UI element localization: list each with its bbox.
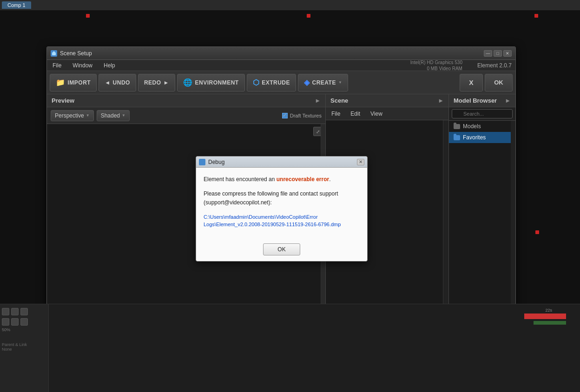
toolbar: 📁 IMPORT ◄ UNDO REDO ► 🌐 ENVIRONMENT ⬡ E… <box>47 71 515 94</box>
extrude-icon: ⬡ <box>253 78 260 87</box>
import-button[interactable]: 📁 IMPORT <box>50 74 97 91</box>
debug-dialog-icon <box>199 159 205 165</box>
extrude-button[interactable]: ⬡ EXTRUDE <box>247 74 296 91</box>
scene-file-menu[interactable]: File <box>330 110 342 118</box>
layer-tool-btn-3[interactable] <box>20 308 28 315</box>
shaded-dropdown[interactable]: Shaded ▼ <box>97 110 130 121</box>
none-label: None <box>2 347 46 352</box>
timeline-red-bar <box>524 314 566 319</box>
window-title: Scene Setup <box>60 50 484 57</box>
undo-button[interactable]: ◄ UNDO <box>99 74 136 91</box>
favorites-folder-icon <box>454 135 460 140</box>
redo-arrow-icon: ► <box>164 79 169 86</box>
draft-textures-control[interactable]: ✓ Draft Textures <box>282 113 322 118</box>
environment-button[interactable]: 🌐 ENVIRONMENT <box>177 74 245 91</box>
comp-tab[interactable]: Comp 1 <box>2 1 31 9</box>
debug-instruction: Please compress the following file and c… <box>204 189 360 207</box>
redo-button[interactable]: REDO ► <box>138 74 175 91</box>
top-tab-bar: Comp 1 <box>0 0 580 10</box>
perspective-dropdown-arrow: ▼ <box>86 113 90 118</box>
minimize-button[interactable]: — <box>484 50 492 57</box>
layer-tool-btn-4[interactable] <box>2 318 9 326</box>
maximize-button[interactable]: □ <box>494 50 502 57</box>
layer-tool-btn-1[interactable] <box>2 308 9 315</box>
search-input[interactable] <box>452 109 513 118</box>
scene-collapse-arrow[interactable]: ► <box>438 97 444 104</box>
layer-tool-buttons <box>2 306 46 317</box>
favorites-folder-item[interactable]: Favorites <box>449 132 515 143</box>
file-menu[interactable]: File <box>51 61 63 70</box>
debug-error-message: Element has encountered an unrecoverable… <box>204 175 360 184</box>
model-browser-collapse-arrow[interactable]: ► <box>505 97 511 104</box>
corner-dot-4 <box>535 230 539 234</box>
timeline-content: 22s <box>49 304 580 392</box>
menu-bar: File Window Help Intel(R) HD Graphics 53… <box>47 60 515 71</box>
window-controls: — □ ✕ <box>484 50 512 57</box>
shaded-dropdown-arrow: ▼ <box>122 113 125 118</box>
timeline-green-bar <box>534 321 566 325</box>
close-button[interactable]: ✕ <box>503 50 512 57</box>
gpu-info: Intel(R) HD Graphics 530 0 MB Video RAM <box>410 59 462 72</box>
preview-collapse-arrow[interactable]: ► <box>315 97 321 104</box>
debug-dialog-close-button[interactable]: ✕ <box>357 159 364 165</box>
corner-dot-1 <box>86 14 90 18</box>
scene-view-menu[interactable]: View <box>369 110 384 118</box>
debug-dialog: Debug ✕ Element has encountered an unrec… <box>196 156 368 261</box>
timeline-left-controls: 50% Parent & Link None <box>0 304 49 392</box>
debug-dialog-body: Element has encountered an unrecoverable… <box>196 168 367 240</box>
parent-link-label: Parent & Link <box>2 342 46 347</box>
undo-arrow-icon: ◄ <box>105 79 110 86</box>
environment-icon: 🌐 <box>183 78 193 87</box>
debug-ok-button[interactable]: OK <box>263 243 300 255</box>
debug-dialog-footer: OK <box>196 240 367 261</box>
layer-tool-buttons-2 <box>2 317 46 327</box>
debug-dialog-titlebar: Debug ✕ <box>196 157 367 168</box>
scene-header: Scene ► <box>326 94 448 107</box>
zoom-label: 50% <box>2 327 46 333</box>
draft-textures-checkbox[interactable]: ✓ <box>282 113 288 118</box>
preview-controls: Perspective ▼ Shaded ▼ ✓ Draft Textures <box>47 107 325 124</box>
corner-dot-3 <box>534 14 538 18</box>
preview-header: Preview ► <box>47 94 325 107</box>
create-button[interactable]: ◈ CREATE ▼ <box>298 74 348 91</box>
layer-tool-btn-6[interactable] <box>20 318 28 326</box>
timeline-marker-22s: 22s <box>545 307 552 313</box>
element-version: Element 2.0.7 <box>477 62 512 69</box>
help-menu[interactable]: Help <box>102 61 117 70</box>
layer-tool-btn-2[interactable] <box>11 308 19 315</box>
search-bar: 🔍 <box>449 107 515 121</box>
timeline-area: 50% Parent & Link None 22s <box>0 304 580 392</box>
models-folder-icon <box>454 124 460 129</box>
debug-file-path: C:\Users\mfaadmin\Documents\VideoCopilot… <box>204 213 360 229</box>
perspective-dropdown[interactable]: Perspective ▼ <box>51 110 94 121</box>
import-icon: 📁 <box>56 78 66 87</box>
unrecoverable-text: unrecoverable error <box>277 176 329 183</box>
create-dropdown-icon: ▼ <box>338 80 342 85</box>
cancel-x-button[interactable]: X <box>460 74 483 91</box>
model-browser-header: Model Browser ► <box>449 94 515 107</box>
window-titlebar: Scene Setup — □ ✕ <box>47 47 515 60</box>
svg-marker-1 <box>53 51 55 52</box>
window-icon <box>51 50 57 57</box>
corner-dot-2 <box>307 14 310 18</box>
models-folder-item[interactable]: Models <box>449 121 515 132</box>
scene-menu: File Edit View <box>326 107 448 120</box>
svg-rect-0 <box>52 52 56 55</box>
ok-button[interactable]: OK <box>485 74 513 91</box>
scene-edit-menu[interactable]: Edit <box>349 110 362 118</box>
layer-tool-btn-5[interactable] <box>11 318 19 326</box>
create-icon: ◈ <box>304 78 310 87</box>
window-menu[interactable]: Window <box>71 61 94 70</box>
debug-dialog-title: Debug <box>208 159 357 165</box>
